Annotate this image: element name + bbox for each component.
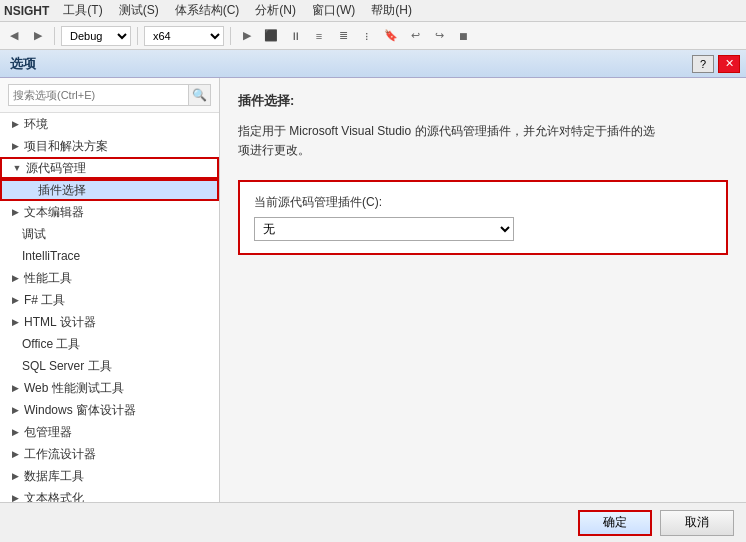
tree-item-webtest[interactable]: ▶ Web 性能测试工具	[0, 377, 219, 399]
tree-item-perf[interactable]: ▶ 性能工具	[0, 267, 219, 289]
tree-arrow-htmldesigner: ▶	[8, 315, 22, 329]
tree-item-plugin[interactable]: 插件选择	[0, 179, 219, 201]
tree-label-pkgmgr: 包管理器	[24, 424, 72, 441]
menubar: NSIGHT 工具(T) 测试(S) 体系结构(C) 分析(N) 窗口(W) 帮…	[0, 0, 746, 22]
toolbar-separator-2	[137, 27, 138, 45]
tree-item-office[interactable]: Office 工具	[0, 333, 219, 355]
tree-arrow-env: ▶	[8, 117, 22, 131]
search-icon-button[interactable]: 🔍	[189, 84, 211, 106]
app-name: NSIGHT	[4, 4, 49, 18]
tree-label-projects: 项目和解决方案	[24, 138, 108, 155]
right-panel: 插件选择: 指定用于 Microsoft Visual Studio 的源代码管…	[220, 78, 746, 542]
form-label: 当前源代码管理插件(C):	[254, 194, 712, 211]
search-box: 🔍	[0, 78, 219, 113]
tree-arrow-pkgmgr: ▶	[8, 425, 22, 439]
tree-label-debug: 调试	[22, 226, 46, 243]
search-icon: 🔍	[192, 88, 207, 102]
plugin-select[interactable]: 无	[254, 217, 514, 241]
main-content: 🔍 ▶ 环境 ▶ 项目和解决方案 ▼ 源代码管理	[0, 78, 746, 542]
section-desc: 指定用于 Microsoft Visual Studio 的源代码管理插件，并允…	[238, 122, 728, 160]
section-title: 插件选择:	[238, 92, 728, 110]
tree-label-office: Office 工具	[22, 336, 80, 353]
toolbar-btn-8[interactable]: ↩	[405, 26, 425, 46]
tree-arrow-webtest: ▶	[8, 381, 22, 395]
platform-select[interactable]: x64	[144, 26, 224, 46]
tree-arrow-scm: ▼	[10, 161, 24, 175]
menu-architecture[interactable]: 体系结构(C)	[167, 0, 248, 21]
back-button[interactable]: ◀	[4, 26, 24, 46]
menu-test[interactable]: 测试(S)	[111, 0, 167, 21]
toolbar-separator-3	[230, 27, 231, 45]
tree-label-webtest: Web 性能测试工具	[24, 380, 124, 397]
tree-label-dbtools: 数据库工具	[24, 468, 84, 485]
toolbar-separator-1	[54, 27, 55, 45]
toolbar-btn-6[interactable]: ⫶	[357, 26, 377, 46]
forward-button[interactable]: ▶	[28, 26, 48, 46]
toolbar-btn-3[interactable]: ⏸	[285, 26, 305, 46]
menu-window[interactable]: 窗口(W)	[304, 0, 363, 21]
tree-item-fsharp[interactable]: ▶ F# 工具	[0, 289, 219, 311]
tree-arrow-fsharp: ▶	[8, 293, 22, 307]
tree-item-env[interactable]: ▶ 环境	[0, 113, 219, 135]
options-title: 选项	[10, 55, 36, 73]
menu-tools[interactable]: 工具(T)	[55, 0, 110, 21]
toolbar-btn-4[interactable]: ≡	[309, 26, 329, 46]
toolbar-btn-10[interactable]: ⏹	[453, 26, 473, 46]
tree-label-intellitrace: IntelliTrace	[22, 249, 80, 263]
form-select-row: 无	[254, 217, 712, 241]
tree-arrow-dbtools: ▶	[8, 469, 22, 483]
tree-item-texteditor[interactable]: ▶ 文本编辑器	[0, 201, 219, 223]
tree-item-workflow[interactable]: ▶ 工作流设计器	[0, 443, 219, 465]
tree-item-dbtools[interactable]: ▶ 数据库工具	[0, 465, 219, 487]
help-button[interactable]: ?	[692, 55, 714, 73]
footer: 确定 取消	[0, 502, 746, 542]
header-controls: ? ✕	[692, 55, 740, 73]
tree-label-plugin: 插件选择	[38, 182, 86, 199]
tree-label-sqlserver: SQL Server 工具	[22, 358, 112, 375]
tree-item-htmldesigner[interactable]: ▶ HTML 设计器	[0, 311, 219, 333]
toolbar: ◀ ▶ Debug x64 ▶ ⬛ ⏸ ≡ ≣ ⫶ 🔖 ↩ ↪ ⏹	[0, 22, 746, 50]
toolbar-btn-1[interactable]: ▶	[237, 26, 257, 46]
tree-item-sqlserver[interactable]: SQL Server 工具	[0, 355, 219, 377]
cancel-button[interactable]: 取消	[660, 510, 734, 536]
tree-item-pkgmgr[interactable]: ▶ 包管理器	[0, 421, 219, 443]
toolbar-btn-5[interactable]: ≣	[333, 26, 353, 46]
tree-container[interactable]: ▶ 环境 ▶ 项目和解决方案 ▼ 源代码管理 插件选择 ▶ 文本编	[0, 113, 219, 542]
tree-arrow-winforms: ▶	[8, 403, 22, 417]
tree-label-winforms: Windows 窗体设计器	[24, 402, 136, 419]
tree-arrow-workflow: ▶	[8, 447, 22, 461]
form-section: 当前源代码管理插件(C): 无	[238, 180, 728, 255]
tree-label-htmldesigner: HTML 设计器	[24, 314, 96, 331]
tree-arrow-projects: ▶	[8, 139, 22, 153]
menu-analyze[interactable]: 分析(N)	[247, 0, 304, 21]
tree-item-debug[interactable]: 调试	[0, 223, 219, 245]
tree-label-perf: 性能工具	[24, 270, 72, 287]
tree-item-winforms[interactable]: ▶ Windows 窗体设计器	[0, 399, 219, 421]
close-button[interactable]: ✕	[718, 55, 740, 73]
tree-item-projects[interactable]: ▶ 项目和解决方案	[0, 135, 219, 157]
toolbar-btn-9[interactable]: ↪	[429, 26, 449, 46]
toolbar-btn-2[interactable]: ⬛	[261, 26, 281, 46]
search-input[interactable]	[8, 84, 189, 106]
tree-arrow-texteditor: ▶	[8, 205, 22, 219]
tree-label-workflow: 工作流设计器	[24, 446, 96, 463]
tree-label-texteditor: 文本编辑器	[24, 204, 84, 221]
debug-select[interactable]: Debug	[61, 26, 131, 46]
tree-label-scm: 源代码管理	[26, 160, 86, 177]
page-wrapper: NSIGHT 工具(T) 测试(S) 体系结构(C) 分析(N) 窗口(W) 帮…	[0, 0, 746, 542]
tree-item-intellitrace[interactable]: IntelliTrace	[0, 245, 219, 267]
tree-item-scm[interactable]: ▼ 源代码管理	[0, 157, 219, 179]
left-panel: 🔍 ▶ 环境 ▶ 项目和解决方案 ▼ 源代码管理	[0, 78, 220, 542]
tree-label-fsharp: F# 工具	[24, 292, 65, 309]
tree-arrow-perf: ▶	[8, 271, 22, 285]
ok-button[interactable]: 确定	[578, 510, 652, 536]
tree-label-env: 环境	[24, 116, 48, 133]
options-header: 选项 ? ✕	[0, 50, 746, 78]
toolbar-btn-7[interactable]: 🔖	[381, 26, 401, 46]
menu-help[interactable]: 帮助(H)	[363, 0, 420, 21]
